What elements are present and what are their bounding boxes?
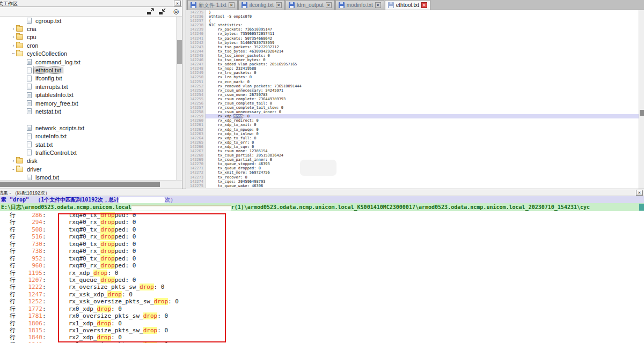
tree-item-lsmod-txt[interactable]: lsmod.txt: [0, 173, 176, 180]
scrollbar-thumb[interactable]: [640, 110, 644, 116]
editor-line: 142268 tx_csum_partial: 205153836424: [186, 153, 639, 158]
row-label: 行: [10, 284, 17, 290]
line-text: rx_xdp_tx_full: 0: [206, 136, 639, 140]
tree-vertical-scrollbar[interactable]: [176, 17, 182, 180]
result-line-number: 286: [17, 212, 42, 219]
scrollbar-thumb[interactable]: [177, 40, 182, 64]
editor-line: 142258 rx_csum_unnecessary_inner: 0: [186, 110, 639, 114]
tree-item-ifconfig-txt[interactable]: ifconfig.txt: [0, 74, 176, 83]
row-label: 行: [10, 305, 17, 312]
search-file-path-line[interactable]: E:\日志\armod0523.odata.ncmp.unicom.localr…: [0, 203, 644, 211]
tab-modinfo-txt[interactable]: modinfo.txt✕: [335, 0, 384, 10]
editor-content[interactable]: 142235}142236ethtool -S enp1s0f0142237{1…: [186, 10, 639, 189]
close-icon[interactable]: ✕: [229, 2, 235, 8]
tab--1-txt[interactable]: 新文件 1.txt✕: [187, 0, 238, 10]
close-icon[interactable]: ✕: [636, 190, 643, 196]
line-text: rx_csum_unnecessary_inner: 0: [206, 110, 639, 114]
line-number: 142275: [186, 184, 206, 188]
tree-item-netstat-txt[interactable]: netstat.txt: [0, 107, 176, 115]
tab-ifconfig-txt[interactable]: ifconfig.txt✕: [238, 0, 285, 10]
editor-line: 142266 rx_xdp_tx_cqe: 0: [186, 145, 639, 149]
line-number: 142235: [186, 10, 206, 14]
chevron-down-icon[interactable]: ›: [11, 51, 16, 56]
editor-line: 142269 tx_csum_partial_inner: 0: [186, 158, 639, 162]
scrollbar-thumb[interactable]: [0, 182, 160, 187]
tree-horizontal-scrollbar[interactable]: [0, 180, 182, 189]
tree-item-ethtool-txt[interactable]: ethtool.txt: [0, 66, 176, 74]
line-text: rx_xdp_tx_err: 0: [206, 140, 639, 145]
tree-item-cna[interactable]: ›cna: [0, 25, 176, 33]
result-line-number: 730: [17, 241, 42, 248]
line-number: 142248: [186, 66, 206, 71]
tab-label: ifconfig.txt: [250, 2, 274, 8]
close-icon[interactable]: ✕: [174, 1, 181, 6]
tree-item-stat-txt[interactable]: stat.txt: [0, 140, 176, 148]
result-colon: :: [42, 226, 46, 233]
tree-item-label: lsmod.txt: [34, 174, 61, 180]
line-number: 142237: [186, 19, 206, 23]
tree-item-network-scripts-txt[interactable]: network_scripts.txt: [0, 124, 176, 132]
workspace-toolbar: ◎: [0, 7, 182, 17]
tree-item-label: interrupts.txt: [34, 84, 70, 90]
line-number: 142249: [186, 71, 206, 75]
tab-ethtool-txt[interactable]: ethtool.txt✕: [385, 0, 430, 10]
chevron-right-icon[interactable]: ›: [11, 158, 16, 163]
result-colon: :: [42, 334, 46, 341]
editor-line: 142254 rx_csum_none: 26759783: [186, 93, 639, 97]
tree-item-cron[interactable]: ›cron: [0, 41, 176, 49]
editor-line: 142247 tx_added_vlan_packets: 2051659571…: [186, 62, 639, 66]
close-icon[interactable]: ✕: [276, 2, 282, 8]
file-tree[interactable]: cgroup.txt›cna›cpu›cron›cyclicCollection…: [0, 17, 176, 180]
collapse-all-icon[interactable]: [158, 8, 167, 16]
row-label: 行: [10, 277, 17, 284]
chevron-right-icon[interactable]: ›: [11, 43, 16, 48]
save-icon: [388, 2, 394, 8]
line-text: rx_csum_complete_tail_slow: 0: [206, 106, 639, 110]
chevron-right-icon[interactable]: ›: [11, 34, 16, 40]
tree-item-routeinfo-txt[interactable]: routeInfo.txt: [0, 132, 176, 140]
tree-item-interrupts-txt[interactable]: interrupts.txt: [0, 83, 176, 91]
tree-item-cycliccollection[interactable]: ›cyclicCollection: [0, 50, 176, 58]
editor-panel: 新文件 1.txt✕ifconfig.txt✕fdm_output✕modinf…: [186, 0, 644, 189]
close-icon[interactable]: ✕: [375, 2, 381, 8]
expand-all-icon[interactable]: [147, 8, 155, 16]
editor-line: 142241 tx_packets: 507354668642: [186, 36, 639, 41]
editor-line: 142251 rx_ecn_mark: 0: [186, 80, 639, 84]
redaction-blob: [131, 205, 231, 211]
close-icon[interactable]: ✕: [326, 2, 332, 8]
tree-item-cgroup-txt[interactable]: cgroup.txt: [0, 17, 176, 25]
line-text: rx_packets: 736510395147: [206, 27, 639, 32]
tab-fdm-output[interactable]: fdm_output✕: [286, 0, 335, 10]
editor-line: 142259 rx_xdp_drop: 0: [186, 114, 639, 118]
line-number: 142253: [186, 88, 206, 93]
summary-suffix: 次）: [165, 197, 175, 203]
file-icon: [27, 68, 32, 73]
tree-item-label: iptablesInfo.txt: [34, 92, 75, 98]
close-icon[interactable]: ✕: [421, 2, 427, 8]
tree-item-driver[interactable]: ›driver: [0, 165, 176, 173]
line-text: rx_xdp_tx_xmit: 0: [206, 123, 639, 127]
tree-item-command-log-txt[interactable]: command_log.txt: [0, 58, 176, 66]
row-label: 行: [10, 212, 17, 219]
tree-item-disk[interactable]: ›disk: [0, 157, 176, 165]
tree-item-memory-free-txt[interactable]: memory_free.txt: [0, 99, 176, 107]
path-scroll-marker: [639, 204, 644, 211]
tree-item-label: cron: [25, 42, 40, 49]
line-number: 142239: [186, 27, 206, 32]
editor-line: 142239 rx_packets: 736510395147: [186, 27, 639, 32]
row-label: 行: [10, 334, 17, 341]
tree-item-cpu[interactable]: ›cpu: [0, 33, 176, 41]
locate-file-icon[interactable]: ◎: [172, 8, 180, 15]
line-text: tx_csum_none: 12385154: [206, 149, 639, 153]
editor-line: 142248 tx_nop: 232419588: [186, 66, 639, 71]
tree-item-iptablesinfo-txt[interactable]: iptablesInfo.txt: [0, 91, 176, 99]
line-number: 142267: [186, 149, 206, 153]
tree-item-trafficcontrol-txt[interactable]: trafficControl.txt: [0, 148, 176, 156]
editor-vertical-scrollbar[interactable]: [639, 10, 644, 189]
path-prefix: E:\日志\armod0523.odata.ncmp.unicom.local: [1, 204, 131, 210]
result-line-number: 1806: [17, 320, 42, 327]
result-colon: :: [42, 284, 46, 290]
chevron-down-icon[interactable]: ›: [11, 167, 16, 172]
chevron-right-icon[interactable]: ›: [11, 26, 16, 32]
editor-line: 142274 tx_cqes: 204596498793: [186, 180, 639, 184]
